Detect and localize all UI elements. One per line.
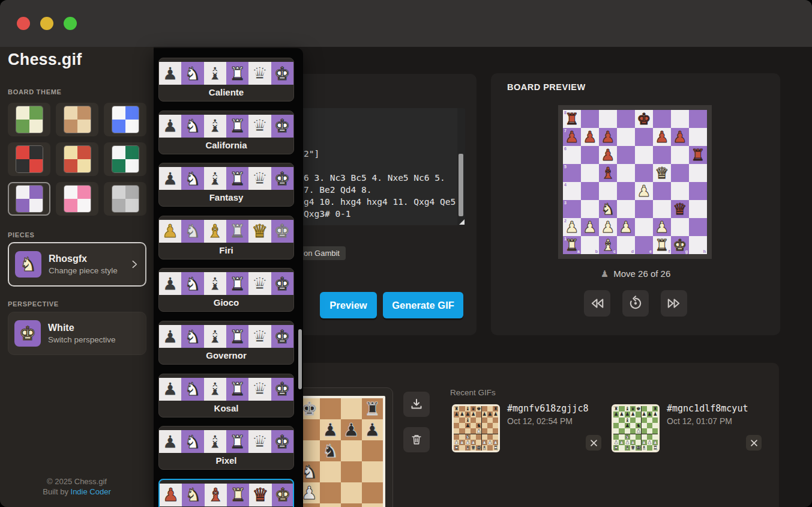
indie-coder-link[interactable]: Indie Coder bbox=[71, 487, 111, 496]
close-window-button[interactable] bbox=[17, 17, 30, 30]
textarea-resize-handle[interactable] bbox=[459, 219, 465, 225]
thumb-square: ♟ bbox=[454, 440, 459, 445]
thumb-piece: ♞ bbox=[465, 434, 471, 440]
chess-piece-black-pawn: ♟ bbox=[671, 128, 689, 146]
piece-style-option-california[interactable]: ♟♞♝♜♛♚California bbox=[158, 111, 294, 154]
board-theme-grid bbox=[8, 103, 146, 216]
perspective-subtitle: Switch perspective bbox=[48, 335, 140, 344]
board-square-h1: h bbox=[689, 236, 707, 254]
board-square-h8 bbox=[689, 110, 707, 128]
board-theme-pink[interactable] bbox=[56, 182, 98, 216]
board-square-e6 bbox=[635, 146, 653, 164]
thumb-square: ♛ bbox=[630, 406, 636, 411]
perspective-button[interactable]: ♚ White Switch perspective bbox=[8, 312, 146, 355]
chess-piece: ♟ bbox=[162, 273, 178, 294]
board-theme-green[interactable] bbox=[8, 103, 50, 136]
strip-square: ♚ bbox=[271, 220, 293, 243]
piece-style-option-governor[interactable]: ♟♞♝♜♛♚Governor bbox=[158, 321, 294, 365]
strip-square: ♞ bbox=[181, 220, 203, 243]
thumb-square bbox=[613, 434, 619, 440]
chess-piece-black-rook: ♜ bbox=[563, 110, 581, 128]
thumb-piece: ♟ bbox=[482, 440, 487, 445]
piece-style-option-fantasy[interactable]: ♟♞♝♜♛♚Fantasy bbox=[158, 163, 294, 207]
thumb-piece: ♞ bbox=[636, 423, 641, 428]
rewind-button[interactable] bbox=[584, 290, 610, 317]
thumb-square: ♟ bbox=[619, 440, 624, 445]
thumb-square bbox=[636, 417, 641, 423]
thumb-square bbox=[619, 428, 624, 434]
board-theme-cream-red[interactable] bbox=[56, 142, 98, 176]
thumb-square bbox=[482, 423, 487, 428]
chess-piece-black-pawn: ♟ bbox=[599, 146, 617, 164]
strip-square: ♛ bbox=[248, 378, 271, 401]
chess-piece: ♚ bbox=[274, 168, 290, 189]
chess-piece: ♛ bbox=[252, 326, 268, 347]
piece-style-option-firi[interactable]: ♟♞♝♜♛♚Firi bbox=[158, 216, 294, 260]
generate-gif-button[interactable]: Generate GIF bbox=[383, 292, 463, 318]
strip-square: ♜ bbox=[227, 484, 249, 506]
recent-gif-thumbnail-2[interactable]: ♜♝♛♚♜♟♟♟♟♟♟♟♝♟♞♟♞♟♟♟♟♟♟♟♜♝♛♚♝♜ bbox=[612, 404, 660, 452]
remove-recent-gif-button-1[interactable] bbox=[586, 435, 601, 451]
board-theme-red-black[interactable] bbox=[8, 142, 50, 176]
thumb-square bbox=[630, 417, 636, 423]
piece-style-option-caliente[interactable]: ♟♞♝♜♛♚Caliente bbox=[158, 58, 294, 102]
delete-gif-button[interactable] bbox=[403, 427, 430, 452]
thumb-square: ♟ bbox=[630, 440, 636, 445]
chess-piece: ♟ bbox=[163, 484, 179, 505]
board-theme-gray[interactable] bbox=[104, 182, 146, 216]
chess-piece: ♞ bbox=[185, 378, 201, 399]
thumb-square bbox=[493, 428, 498, 434]
download-gif-button[interactable] bbox=[403, 392, 430, 417]
thumb-piece: ♟ bbox=[625, 440, 630, 445]
strip-square: ♝ bbox=[204, 325, 226, 348]
chess-piece: ♟ bbox=[162, 431, 178, 452]
board-theme-white-green[interactable] bbox=[104, 142, 146, 176]
reset-button[interactable] bbox=[622, 290, 649, 317]
thumb-square: ♜ bbox=[613, 406, 619, 411]
strip-square: ♞ bbox=[182, 484, 204, 506]
piece-style-option-rhosgfx[interactable]: ♟♞♝♜♛♚Rhosgfx bbox=[158, 479, 294, 507]
strip-square: ♜ bbox=[226, 378, 248, 401]
board-square-f8 bbox=[653, 110, 671, 128]
menu-scrollbar-thumb[interactable] bbox=[298, 329, 302, 389]
piece-style-option-pixel[interactable]: ♟♞♝♜♛♚Pixel bbox=[158, 426, 294, 470]
thumb-square bbox=[471, 417, 476, 423]
piece-style-option-gioco[interactable]: ♟♞♝♜♛♚Gioco bbox=[158, 268, 294, 312]
piece-style-strip: ♟♞♝♜♛♚ bbox=[159, 62, 293, 85]
preview-button[interactable]: Preview bbox=[320, 292, 377, 318]
board-theme-blue[interactable] bbox=[104, 103, 146, 136]
chess-piece-white-pawn: ♟ bbox=[599, 218, 617, 236]
board-theme-purple[interactable] bbox=[8, 182, 50, 216]
piece-style-button[interactable]: ♞ Rhosgfx Change piece style bbox=[8, 242, 146, 287]
chess-piece: ♟ bbox=[162, 63, 178, 84]
zoom-window-button[interactable] bbox=[64, 17, 77, 30]
remove-recent-gif-button-2[interactable] bbox=[746, 435, 762, 451]
thumb-piece: ♟ bbox=[482, 411, 487, 417]
piece-style-option-kosal[interactable]: ♟♞♝♜♛♚Kosal bbox=[158, 374, 294, 417]
thumb-square: ♟ bbox=[465, 423, 471, 428]
thumb-square bbox=[642, 406, 647, 411]
chess-piece: ♜ bbox=[229, 378, 245, 399]
textarea-scrollbar-thumb[interactable] bbox=[459, 154, 463, 216]
minimize-window-button[interactable] bbox=[40, 17, 53, 30]
thumb-piece: ♜ bbox=[493, 406, 498, 411]
thumb-piece: ♟ bbox=[625, 423, 630, 428]
forward-button[interactable] bbox=[661, 290, 687, 317]
thumb-square bbox=[454, 417, 459, 423]
recent-gif-thumbnail-1[interactable]: ♜♝♛♚♜♟♟♟♟♟♟♟♝♟♞♟♞♟♟♟♟♟♟♟♜♝♛♚♝♜ bbox=[452, 404, 500, 452]
thumb-square bbox=[487, 423, 493, 428]
strip-square: ♝ bbox=[204, 272, 226, 295]
opening-badge: on Gambit bbox=[298, 246, 346, 260]
piece-style-strip: ♟♞♝♜♛♚ bbox=[159, 378, 293, 401]
thumb-square bbox=[471, 434, 476, 440]
thumb-piece: ♜ bbox=[613, 445, 619, 451]
piece-style-strip: ♟♞♝♜♛♚ bbox=[159, 167, 293, 190]
board-square-d6 bbox=[617, 146, 635, 164]
piece-style-option-label: Caliente bbox=[159, 87, 293, 97]
board-square-a5: 5 bbox=[563, 164, 581, 182]
board-square-f4 bbox=[653, 182, 671, 200]
board-theme-wood[interactable] bbox=[56, 103, 98, 136]
theme-swatch bbox=[16, 186, 43, 212]
chess-piece: ♝ bbox=[208, 484, 224, 505]
board-square-g3 bbox=[341, 503, 362, 507]
